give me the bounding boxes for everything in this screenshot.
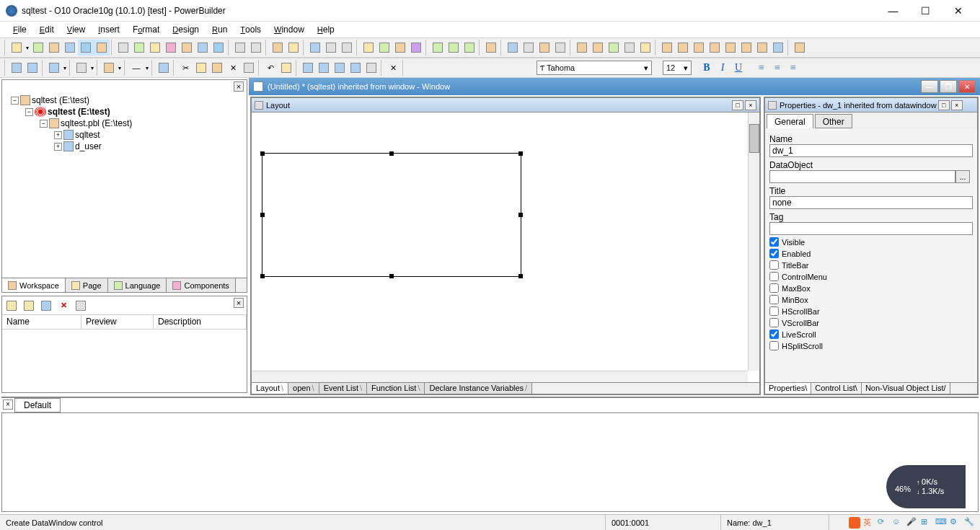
tb-copy6-icon[interactable]	[738, 40, 754, 56]
tb-project-icon[interactable]	[131, 40, 147, 56]
tray-sogou-icon[interactable]	[849, 517, 860, 529]
btab-nonvisual[interactable]: Non-Visual Object List/	[862, 383, 950, 394]
tb-copy3-icon[interactable]	[691, 40, 707, 56]
checkbox-livescroll[interactable]	[769, 330, 779, 339]
align-center-button[interactable]: ≡	[769, 60, 785, 76]
chk-hscrollbar[interactable]: HScrollBar	[769, 306, 973, 316]
tb-func-icon[interactable]	[307, 40, 323, 56]
input-tag[interactable]	[769, 222, 973, 235]
chk-enabled[interactable]: Enabled	[769, 249, 973, 258]
mdi-minimize-button[interactable]: —	[921, 80, 938, 93]
list-tb5-icon[interactable]	[73, 298, 89, 314]
chk-livescroll[interactable]: LiveScroll	[769, 330, 973, 339]
tray-gear-icon[interactable]: ⚙	[950, 517, 961, 529]
list-tb4-icon[interactable]: ✕	[56, 298, 71, 314]
list-tb3-icon[interactable]	[38, 298, 54, 314]
tb-open-icon[interactable]	[46, 40, 62, 56]
tab-layout[interactable]: Layout\	[252, 383, 288, 394]
design-canvas[interactable]	[252, 112, 748, 371]
input-dataobject[interactable]	[769, 170, 955, 183]
props-close-button[interactable]: ×	[951, 100, 963, 110]
tray-ime-icon[interactable]: 英	[863, 517, 875, 529]
output-body[interactable]	[1, 412, 979, 512]
tab-open[interactable]: open\	[288, 383, 319, 394]
font-size-select[interactable]: 12▾	[663, 61, 692, 75]
font-family-select[interactable]: Ƭ Tahoma ▾	[537, 61, 652, 75]
tab-event-list[interactable]: Event List\	[319, 383, 367, 394]
tray-reload-icon[interactable]: ⟳	[878, 517, 889, 529]
menu-view[interactable]: View	[61, 23, 91, 36]
collapse-icon[interactable]: −	[25, 108, 33, 116]
dw-1-control[interactable]	[262, 153, 521, 277]
tb2-del-icon[interactable]: ✕	[225, 60, 241, 76]
bold-button[interactable]: B	[699, 60, 715, 76]
tb-doc-icon[interactable]	[637, 40, 653, 56]
tb-talk2-icon[interactable]	[552, 40, 568, 56]
tb-db-icon[interactable]	[270, 40, 286, 56]
tab-general[interactable]: General	[767, 114, 813, 128]
tb-struct-icon[interactable]	[211, 40, 226, 56]
tb-preview-icon[interactable]	[62, 40, 78, 56]
tb-tools-icon[interactable]	[408, 40, 424, 56]
tb-redo-icon[interactable]	[537, 40, 552, 56]
tb-rundebug-icon[interactable]	[462, 40, 477, 56]
maximize-button[interactable]: ☐	[909, 1, 942, 21]
checkbox-controlmenu[interactable]	[769, 272, 779, 281]
expand-icon[interactable]: +	[54, 143, 62, 151]
tb-select-icon[interactable]	[78, 40, 94, 56]
tb-query-icon[interactable]	[286, 40, 301, 56]
tb2-cfg-icon[interactable]	[363, 60, 379, 76]
tb-copy4-icon[interactable]	[707, 40, 723, 56]
tab-language[interactable]: Language	[108, 278, 167, 292]
close-button[interactable]: ✕	[942, 1, 974, 21]
tb2-selall-icon[interactable]	[241, 60, 257, 76]
checkbox-hscrollbar[interactable]	[769, 306, 779, 316]
chk-maxbox[interactable]: MaxBox	[769, 283, 973, 293]
tb-datawin-icon[interactable]	[195, 40, 211, 56]
tb-window-icon[interactable]	[147, 40, 163, 56]
col-name[interactable]: Name	[2, 315, 81, 329]
tb2-space-icon[interactable]	[74, 60, 89, 76]
tb2-size-icon[interactable]	[101, 60, 117, 76]
checkbox-maxbox[interactable]	[769, 283, 779, 293]
output-tab-default[interactable]: Default	[14, 398, 61, 412]
menu-insert[interactable]: Insert	[92, 23, 125, 36]
browse-dataobject-button[interactable]: ...	[955, 170, 970, 183]
tb2-undo-icon[interactable]: ↶	[262, 60, 278, 76]
btab-control-list[interactable]: Control List\	[811, 383, 862, 394]
tree-node-duser[interactable]: + d_user	[5, 141, 244, 152]
chk-visible[interactable]: Visible	[769, 237, 973, 247]
tb-debug-icon[interactable]	[446, 40, 462, 56]
tb2-closewin-icon[interactable]: ✕	[385, 60, 401, 76]
italic-button[interactable]: I	[715, 60, 730, 76]
tree-node-target[interactable]: − sqltest (E:\test)	[5, 106, 244, 118]
input-title[interactable]	[769, 196, 973, 209]
tb2-order1-icon[interactable]	[332, 60, 348, 76]
tb2-line-icon[interactable]: —	[128, 60, 144, 76]
col-preview[interactable]: Preview	[81, 315, 154, 329]
tab-other[interactable]: Other	[815, 114, 852, 128]
checkbox-titlebar[interactable]	[769, 260, 779, 270]
tb2-outdent-icon[interactable]	[316, 60, 332, 76]
menu-design[interactable]: Design	[167, 23, 205, 36]
btab-properties[interactable]: Properties\	[765, 383, 811, 394]
tb-check-icon[interactable]	[606, 40, 622, 56]
tree-node-sqltest[interactable]: + sqltest	[5, 129, 244, 141]
list-tb1-icon[interactable]	[4, 298, 19, 314]
tray-mic-icon[interactable]: 🎤	[906, 517, 918, 529]
tb-userobj-icon[interactable]	[163, 40, 179, 56]
tb2-layout-icon[interactable]	[9, 60, 25, 76]
tb2-tab-icon[interactable]	[25, 60, 40, 76]
checkbox-enabled[interactable]	[769, 249, 779, 258]
tb-exit-icon[interactable]	[483, 40, 499, 56]
tab-function-list[interactable]: Function List\	[367, 383, 425, 394]
checkbox-minbox[interactable]	[769, 295, 779, 304]
checkbox-hsplitscroll[interactable]	[769, 341, 779, 350]
collapse-icon[interactable]: −	[11, 97, 19, 105]
list-close-button[interactable]: ×	[234, 298, 244, 308]
menu-window[interactable]: Window	[268, 23, 310, 36]
tray-smile-icon[interactable]: ☺	[892, 517, 904, 529]
col-desc[interactable]: Description	[154, 315, 247, 329]
chk-titlebar[interactable]: TitleBar	[769, 260, 973, 270]
mdi-close-button[interactable]: ✕	[958, 80, 976, 93]
